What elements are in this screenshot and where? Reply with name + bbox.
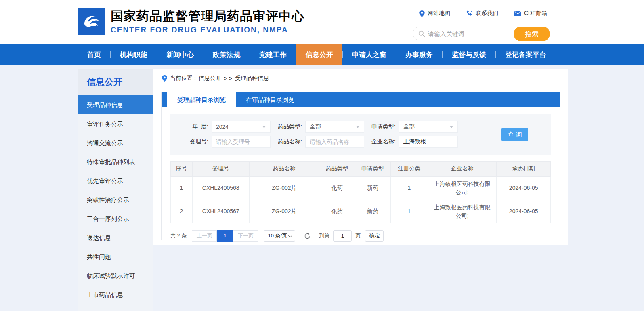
sidebar-item-marketed-drugs[interactable]: 上市药品信息 <box>78 285 153 304</box>
cell-drug-type: 化药 <box>319 177 355 200</box>
sidebar-item-clinical-trial-license[interactable]: 临床试验默示许可 <box>78 266 153 285</box>
acceptance-no-label: 受理号: <box>177 138 208 145</box>
cell-company: 上海致根医药科技有限公司; <box>428 177 497 200</box>
nav-item-registration-platform[interactable]: 登记备案平台 <box>496 44 556 65</box>
prev-page-button[interactable]: 上一页 <box>192 230 217 242</box>
current-page-button[interactable]: 1 <box>217 230 233 242</box>
brand-block: 国家药品监督管理局药品审评中心 CENTER FOR DRUG EVALUATI… <box>111 9 304 34</box>
drug-type-select[interactable]: 全部 <box>305 121 364 133</box>
col-acceptance-no: 受理号 <box>192 162 249 177</box>
drug-name-input[interactable] <box>310 139 360 145</box>
contact-link[interactable]: 联系我们 <box>466 10 498 17</box>
search-button[interactable]: 搜索 <box>514 27 550 41</box>
phone-icon <box>466 10 473 17</box>
location-pin-icon <box>419 10 425 17</box>
cell-date: 2024-06-05 <box>497 177 551 200</box>
site-subtitle: CENTER FOR DRUG EVALUATION, NMPA <box>111 25 304 34</box>
page-size-value: 10 条/页 <box>268 232 287 240</box>
breadcrumb-pin-icon <box>162 75 167 82</box>
chevron-down-icon <box>288 233 292 237</box>
col-date: 承办日期 <box>497 162 551 177</box>
breadcrumb-prefix: 当前位置 : <box>170 75 196 82</box>
nav-item-services[interactable]: 办事服务 <box>396 44 442 65</box>
nav-item-applicant-window[interactable]: 申请人之窗 <box>343 44 396 65</box>
sidebar-item-communication[interactable]: 沟通交流公示 <box>78 133 153 152</box>
sidebar-item-common-issues[interactable]: 共性问题 <box>78 247 153 266</box>
refresh-button[interactable] <box>304 233 311 240</box>
contact-label: 联系我们 <box>476 10 498 17</box>
table-row: 2 CXHL2400567 ZG-002片 化药 新药 1 上海致根医药科技有限… <box>171 200 551 223</box>
nav-item-policy[interactable]: 政策法规 <box>203 44 250 65</box>
page-header: 国家药品监督管理局药品审评中心 CENTER FOR DRUG EVALUATI… <box>0 0 644 44</box>
sidebar-item-breakthrough-therapy[interactable]: 突破性治疗公示 <box>78 190 153 209</box>
company-name-field-wrap <box>399 136 458 148</box>
query-button[interactable]: 查询 <box>501 128 528 141</box>
main-content: 当前位置 : 信息公开 > > 受理品种信息 受理品种目录浏览 在审品种目录浏览… <box>153 69 568 245</box>
breadcrumb-current: 受理品种信息 <box>235 75 269 82</box>
nav-item-home[interactable]: 首页 <box>78 44 110 65</box>
cell-apply-type: 新药 <box>355 200 390 223</box>
nav-item-supervision[interactable]: 监督与反馈 <box>443 44 495 65</box>
company-name-label: 企业名称: <box>364 138 396 145</box>
sitemap-link[interactable]: 网站地图 <box>419 10 450 17</box>
sidebar-item-priority-review[interactable]: 优先审评公示 <box>78 171 153 190</box>
company-name-input[interactable] <box>403 139 453 145</box>
sidebar-item-delivery-info[interactable]: 送达信息 <box>78 228 153 247</box>
results-table: 序号 受理号 药品名称 药品类型 申请类型 注册分类 企业名称 承办日期 1 C… <box>170 161 551 223</box>
year-label: 年 度: <box>177 123 208 130</box>
cde-logo <box>78 8 105 35</box>
breadcrumb-separator: > > <box>224 75 232 82</box>
cde-mail-link[interactable]: CDE邮箱 <box>514 10 548 17</box>
tab-accepted-catalog[interactable]: 受理品种目录浏览 <box>167 92 236 107</box>
nav-item-news[interactable]: 新闻中心 <box>157 44 203 65</box>
apply-type-label: 申请类型: <box>364 123 396 130</box>
site-search: 搜索 <box>413 27 550 40</box>
year-select[interactable]: 2024 <box>212 121 271 133</box>
sidebar-item-three-in-one[interactable]: 三合一序列公示 <box>78 209 153 228</box>
cell-reg-class: 1 <box>390 177 428 200</box>
nav-item-info-disclosure[interactable]: 信息公开 <box>296 44 342 65</box>
chevron-down-icon <box>449 126 453 128</box>
cell-acceptance-no: CXHL2400568 <box>192 177 249 200</box>
cell-drug-name: ZG-002片 <box>249 177 319 200</box>
sitemap-label: 网站地图 <box>428 10 450 17</box>
col-company: 企业名称 <box>428 162 497 177</box>
goto-confirm-button[interactable]: 确定 <box>365 230 384 242</box>
cell-reg-class: 1 <box>390 200 428 223</box>
chevron-down-icon <box>356 126 360 128</box>
goto-page-group: 到第 页 确定 <box>319 230 384 242</box>
search-icon <box>418 30 425 37</box>
sidebar-item-special-approval[interactable]: 特殊审批品种列表 <box>78 152 153 171</box>
next-page-button[interactable]: 下一页 <box>233 230 258 242</box>
apply-type-select-value: 全部 <box>403 123 415 130</box>
year-select-value: 2024 <box>216 124 229 130</box>
cell-drug-name: ZG-002片 <box>249 200 319 223</box>
site-title: 国家药品监督管理局药品审评中心 <box>111 9 304 23</box>
acceptance-no-field-wrap <box>212 136 271 148</box>
goto-prefix-label: 到第 <box>319 232 329 240</box>
cde-logo-swoosh-icon <box>80 11 102 33</box>
breadcrumb: 当前位置 : 信息公开 > > 受理品种信息 <box>161 69 560 86</box>
breadcrumb-section[interactable]: 信息公开 <box>199 75 221 82</box>
tab-under-review-catalog[interactable]: 在审品种目录浏览 <box>236 92 304 107</box>
cell-seq: 1 <box>171 177 193 200</box>
primary-nav: 首页 机构职能 新闻中心 政策法规 党建工作 信息公开 申请人之窗 办事服务 监… <box>0 44 644 65</box>
goto-suffix-label: 页 <box>355 232 361 240</box>
acceptance-no-input[interactable] <box>216 139 266 145</box>
col-drug-name: 药品名称 <box>249 162 319 177</box>
refresh-icon <box>304 233 311 240</box>
apply-type-select[interactable]: 全部 <box>399 121 458 133</box>
chevron-down-icon <box>262 126 266 128</box>
page-size-select[interactable]: 10 条/页 <box>264 230 295 242</box>
goto-page-input[interactable] <box>333 230 352 242</box>
nav-item-party[interactable]: 党建工作 <box>250 44 296 65</box>
sidebar-item-accepted-varieties[interactable]: 受理品种信息 <box>78 95 153 114</box>
pagination-total: 共 2 条 <box>170 232 187 240</box>
drug-type-select-value: 全部 <box>310 123 321 130</box>
sidebar-item-review-tasks[interactable]: 审评任务公示 <box>78 114 153 133</box>
table-header-row: 序号 受理号 药品名称 药品类型 申请类型 注册分类 企业名称 承办日期 <box>171 162 551 177</box>
tab-bar: 受理品种目录浏览 在审品种目录浏览 <box>162 92 560 107</box>
cde-mail-label: CDE邮箱 <box>524 10 548 17</box>
nav-item-functions[interactable]: 机构职能 <box>111 44 157 65</box>
pagination: 共 2 条 上一页 1 下一页 10 条/页 到第 页 <box>170 230 551 242</box>
